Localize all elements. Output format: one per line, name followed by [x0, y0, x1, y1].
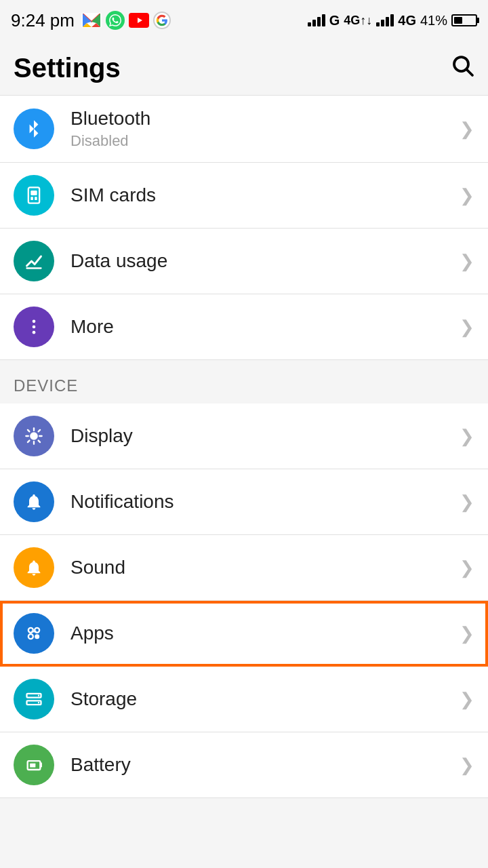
chevron-icon: ❯ — [460, 689, 474, 710]
settings-item-storage[interactable]: Storage ❯ — [0, 667, 488, 732]
status-left: 9:24 pm — [11, 10, 171, 31]
notifications-label: Notifications — [70, 491, 453, 513]
sim-cards-icon — [14, 175, 54, 216]
svg-point-31 — [38, 695, 39, 696]
battery-icon — [451, 14, 477, 26]
battery-text: Battery — [70, 754, 453, 776]
status-notification-icons — [81, 11, 171, 30]
chevron-icon: ❯ — [460, 623, 474, 644]
svg-line-23 — [39, 430, 40, 431]
device-section-label: Device — [14, 376, 78, 395]
chevron-icon: ❯ — [460, 317, 474, 338]
svg-point-15 — [33, 331, 36, 334]
notifications-icon — [14, 481, 54, 522]
chevron-icon: ❯ — [460, 426, 474, 447]
status-time: 9:24 pm — [11, 10, 75, 31]
chevron-icon: ❯ — [460, 755, 474, 776]
bluetooth-label: Bluetooth — [70, 108, 453, 130]
svg-point-28 — [35, 634, 39, 639]
notifications-text: Notifications — [70, 491, 453, 513]
display-label: Display — [70, 425, 453, 447]
network-type-2: 4G — [398, 13, 416, 28]
svg-point-14 — [33, 326, 36, 329]
apps-icon — [14, 613, 54, 654]
data-usage-label: Data usage — [70, 250, 453, 272]
network-type: G — [329, 13, 340, 28]
svg-rect-34 — [30, 764, 35, 768]
lte-icon: 4G↑↓ — [344, 14, 372, 28]
battery-settings-icon — [14, 745, 54, 785]
sim-cards-label: SIM cards — [70, 184, 453, 206]
svg-line-21 — [28, 430, 29, 431]
data-usage-text: Data usage — [70, 250, 453, 272]
apps-text: Apps — [70, 623, 453, 644]
settings-item-more[interactable]: More ❯ — [0, 294, 488, 360]
settings-item-sim-cards[interactable]: SIM cards ❯ — [0, 163, 488, 229]
bluetooth-status: Disabled — [70, 132, 453, 150]
gmail-icon — [81, 13, 102, 28]
settings-list: Bluetooth Disabled ❯ SIM cards ❯ — [0, 95, 488, 798]
chevron-icon: ❯ — [460, 251, 474, 272]
status-bar: 9:24 pm — [0, 0, 488, 41]
data-usage-icon — [14, 241, 54, 281]
bluetooth-icon — [14, 108, 54, 149]
whatsapp-icon — [106, 11, 125, 30]
sound-icon — [14, 547, 54, 588]
more-text: More — [70, 316, 453, 338]
settings-item-battery[interactable]: Battery ❯ — [0, 732, 488, 798]
signal-icon — [308, 14, 325, 26]
sim-cards-text: SIM cards — [70, 184, 453, 206]
chevron-icon: ❯ — [460, 119, 474, 140]
svg-point-32 — [38, 702, 39, 703]
sound-label: Sound — [70, 557, 453, 578]
settings-header: Settings — [0, 41, 488, 95]
device-section-header: Device — [0, 360, 488, 403]
chevron-icon: ❯ — [460, 557, 474, 578]
svg-line-7 — [467, 69, 472, 75]
search-icon[interactable] — [450, 53, 474, 83]
settings-item-bluetooth[interactable]: Bluetooth Disabled ❯ — [0, 95, 488, 163]
svg-line-24 — [28, 441, 29, 442]
display-text: Display — [70, 425, 453, 447]
page-title: Settings — [14, 53, 121, 83]
svg-marker-5 — [138, 18, 142, 23]
settings-item-apps[interactable]: Apps ❯ — [0, 601, 488, 667]
storage-label: Storage — [70, 688, 453, 710]
svg-point-27 — [28, 634, 33, 639]
settings-item-sound[interactable]: Sound ❯ — [0, 535, 488, 601]
battery-percent: 41% — [420, 13, 447, 28]
battery-label: Battery — [70, 754, 453, 776]
sound-text: Sound — [70, 557, 453, 578]
svg-point-13 — [33, 320, 36, 323]
settings-item-notifications[interactable]: Notifications ❯ — [0, 469, 488, 535]
signal-icon-2 — [376, 14, 394, 26]
storage-icon — [14, 679, 54, 719]
svg-rect-9 — [30, 191, 37, 195]
chevron-icon: ❯ — [460, 185, 474, 206]
storage-text: Storage — [70, 688, 453, 710]
bluetooth-text: Bluetooth Disabled — [70, 108, 453, 150]
apps-label: Apps — [70, 623, 453, 644]
svg-point-16 — [30, 432, 38, 440]
youtube-icon — [129, 13, 149, 28]
google-icon — [153, 12, 171, 29]
more-label: More — [70, 316, 453, 338]
svg-rect-11 — [35, 197, 37, 200]
display-icon — [14, 416, 54, 456]
settings-item-data-usage[interactable]: Data usage ❯ — [0, 229, 488, 294]
svg-line-22 — [39, 441, 40, 442]
svg-rect-10 — [30, 197, 33, 200]
settings-item-display[interactable]: Display ❯ — [0, 403, 488, 469]
status-right: G 4G↑↓ 4G 41% — [308, 13, 477, 28]
more-icon — [14, 307, 54, 347]
chevron-icon: ❯ — [460, 492, 474, 513]
